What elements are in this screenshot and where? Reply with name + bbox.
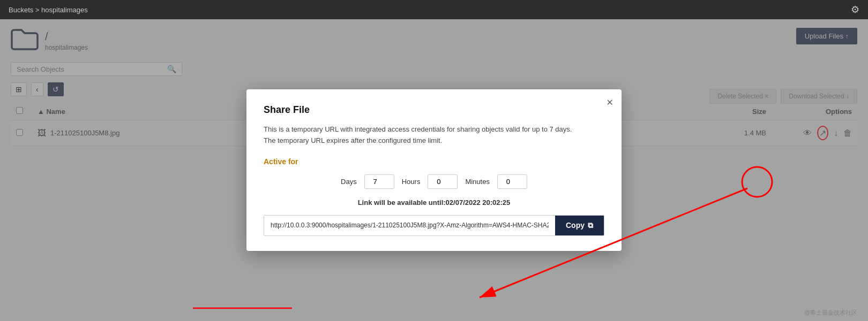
active-for-label: Active for (264, 157, 604, 166)
url-row: Copy ⧉ (264, 215, 604, 236)
days-label: Days (341, 178, 357, 186)
gear-icon[interactable]: ⚙ (851, 4, 859, 16)
duration-row: Days Hours Minutes (264, 174, 604, 189)
svg-point-0 (742, 167, 772, 197)
modal-description: This is a temporary URL with integrated … (264, 124, 604, 147)
copy-label: Copy (566, 221, 585, 230)
minutes-input[interactable] (497, 174, 527, 189)
days-input[interactable] (364, 174, 394, 189)
minutes-label: Minutes (465, 178, 490, 186)
link-available-text: Link will be available until:02/07/2022 … (264, 198, 604, 207)
hours-input[interactable] (428, 174, 458, 189)
main-content: / hospitalimages Upload Files ↑ 🔍 ⊞ ‹ ↺ … (0, 19, 868, 321)
top-bar: Buckets > hospitalimages ⚙ (0, 0, 868, 19)
url-input[interactable] (264, 216, 555, 234)
modal-title: Share File (264, 104, 604, 116)
modal-close-button[interactable]: × (607, 97, 613, 108)
copy-icon: ⧉ (588, 221, 593, 230)
hours-label: Hours (402, 178, 421, 186)
share-file-modal: × Share File This is a temporary URL wit… (246, 89, 622, 251)
modal-overlay[interactable]: × Share File This is a temporary URL wit… (0, 19, 868, 321)
breadcrumb: Buckets > hospitalimages (9, 6, 88, 14)
copy-button[interactable]: Copy ⧉ (555, 216, 604, 235)
